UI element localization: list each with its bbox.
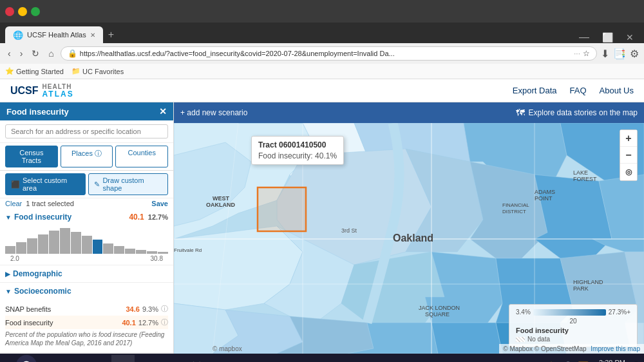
hist-bar-15 xyxy=(158,252,168,254)
acrobat-icon[interactable]: A xyxy=(234,355,257,362)
socio-arrow-icon: ▼ xyxy=(5,288,12,295)
add-scenario-button[interactable]: + add new scenario xyxy=(180,108,247,117)
tooltip-tract-id: Tract 06001410500 xyxy=(258,140,337,149)
edge-icon[interactable]: e xyxy=(111,355,135,362)
hist-bar-2 xyxy=(16,242,26,254)
ie-browser-icon[interactable]: e xyxy=(62,355,86,362)
svg-text:ADAMS: ADAMS xyxy=(535,189,555,195)
legend-scale: 3.4% 27.3%+ xyxy=(516,309,630,316)
bookmarks-bar: ⭐ Getting Started 📁 UC Favorites xyxy=(0,64,644,79)
clear-button[interactable]: Clear xyxy=(5,200,22,207)
location-search-input[interactable] xyxy=(5,124,168,138)
svg-text:PARK: PARK xyxy=(573,285,589,292)
windows-logo-icon: ⊞ xyxy=(3,359,14,362)
forward-button[interactable]: › xyxy=(17,47,26,60)
task-view-button[interactable]: ⧉ xyxy=(38,355,61,362)
refresh-button[interactable]: ↻ xyxy=(29,47,42,60)
tab-counties[interactable]: Counties xyxy=(115,146,168,167)
address-bar-row: ‹ › ↻ ⌂ 🔒 https://healthatlas.ucsf.edu/?… xyxy=(0,43,644,64)
sidebar-close-btn[interactable]: ✕ xyxy=(159,106,167,117)
browser-chrome xyxy=(0,0,644,23)
cortana-button[interactable]: ⬤ xyxy=(16,355,37,362)
faq-link[interactable]: FAQ xyxy=(570,86,587,95)
tab-title: UCSF Health Atlas xyxy=(27,31,86,39)
logo-atlas: ATLAS xyxy=(43,90,74,98)
compass-button[interactable]: ◎ xyxy=(620,164,637,180)
zoom-in-button[interactable]: + xyxy=(620,130,637,147)
bookmark-uc-favorites[interactable]: 📁 UC Favorites xyxy=(71,67,124,75)
improve-map-link[interactable]: Improve this map xyxy=(591,345,640,352)
draw-custom-shape-btn[interactable]: ✎ Draw custom shape xyxy=(88,173,168,195)
home-button[interactable]: ⌂ xyxy=(46,47,56,60)
about-us-link[interactable]: About Us xyxy=(600,86,634,95)
win-restore[interactable]: ⬜ xyxy=(602,32,613,43)
hist-bar-7 xyxy=(71,232,81,254)
food-insecurity-section: ▼ Food insecurity 40.1 12.7% xyxy=(0,209,173,265)
map-stories-icon: 🗺 xyxy=(516,108,525,118)
food-insecurity-header[interactable]: ▼ Food insecurity 40.1 12.7% xyxy=(0,209,173,225)
reading-list-icon[interactable]: 📑 xyxy=(613,48,626,60)
taskbar-right: 🔔 🔊 📶 2:38 PM 7/29/2020 💬 xyxy=(545,359,641,362)
demographic-header[interactable]: ▶ Demographic xyxy=(0,265,173,282)
back-button[interactable]: ‹ xyxy=(5,47,14,60)
tab-census-tracts[interactable]: Census Tracts xyxy=(5,146,58,167)
hist-labels: 2.0 30.8 xyxy=(5,254,168,263)
export-data-link[interactable]: Export Data xyxy=(513,86,557,95)
fi-row-pct: 12.7% xyxy=(138,319,158,327)
map-attribution: © Mapbox © OpenStreetMap Improve this ma… xyxy=(499,344,644,354)
hist-bar-10 xyxy=(103,243,113,254)
hist-bar-8 xyxy=(82,236,92,254)
logo-health: HEALTH xyxy=(43,84,74,90)
start-button[interactable]: ⊞ xyxy=(3,356,14,362)
hist-bar-5 xyxy=(49,231,59,254)
windows-button[interactable]: ⊞ xyxy=(209,355,232,362)
svg-text:SQUARE: SQUARE xyxy=(425,311,450,318)
active-tab[interactable]: 🌐 UCSF Health Atlas ✕ xyxy=(5,26,103,43)
teams-icon[interactable]: T xyxy=(136,355,159,362)
hist-bar-11 xyxy=(114,246,124,254)
firefox-icon[interactable]: 🦊 xyxy=(185,355,208,362)
add-characteristic-section[interactable]: ▶ Add a second characteristic xyxy=(0,353,173,354)
svg-rect-47 xyxy=(258,187,306,231)
demo-arrow-icon: ▶ xyxy=(5,271,10,278)
socioeconomic-section: ▼ Socioeconomic SNAP benefits 34.6 9.3% … xyxy=(0,283,173,353)
win-minimize[interactable]: — xyxy=(579,32,589,43)
fi-info-icon[interactable]: ⓘ xyxy=(161,318,168,327)
sidebar-header: Food insecurity ✕ xyxy=(0,102,173,120)
nodata-swatch xyxy=(516,337,525,342)
new-tab-button[interactable]: + xyxy=(103,26,119,43)
settings-icon[interactable]: ⚙ xyxy=(630,48,639,60)
custom-area-row: ⬛ Select custom area ✎ Draw custom shape xyxy=(0,171,173,198)
file-explorer-icon[interactable]: 📁 xyxy=(87,355,110,362)
map-canvas[interactable]: 3rd St WEST OAKLAND ADAMS POINT LAKE FOR… xyxy=(174,123,644,354)
tab-places[interactable]: Places ⓘ xyxy=(61,146,113,167)
legend-gradient xyxy=(533,309,606,316)
explore-stories-button[interactable]: 🗺 Explore data stories on the map xyxy=(516,108,638,118)
hist-bar-14 xyxy=(147,251,157,254)
logo-ucsf: UCSF xyxy=(10,85,39,97)
system-clock[interactable]: 2:38 PM 7/29/2020 xyxy=(594,359,625,362)
ie-icon: e xyxy=(71,360,77,363)
win-close[interactable]: ✕ xyxy=(626,32,634,43)
histogram xyxy=(5,228,168,254)
browser-tabs: 🌐 UCSF Health Atlas ✕ + — ⬜ ✕ xyxy=(0,23,644,43)
draw-icon: ✎ xyxy=(94,180,100,189)
win-min-btn[interactable] xyxy=(18,7,27,16)
address-bar[interactable]: 🔒 https://healthatlas.ucsf.edu/?active=f… xyxy=(61,46,597,61)
url-text: https://healthatlas.ucsf.edu/?active=foo… xyxy=(80,50,571,57)
office-icon[interactable]: W xyxy=(160,355,184,362)
snap-value: 34.6 xyxy=(126,305,140,313)
socioeconomic-header[interactable]: ▼ Socioeconomic xyxy=(0,283,173,300)
zoom-out-button[interactable]: − xyxy=(620,147,637,164)
sidebar: Food insecurity ✕ Census Tracts Places ⓘ… xyxy=(0,102,174,354)
save-button[interactable]: Save xyxy=(151,200,168,207)
select-custom-area-btn[interactable]: ⬛ Select custom area xyxy=(5,173,86,195)
win-close-btn[interactable] xyxy=(5,7,14,16)
legend-min: 3.4% xyxy=(516,309,531,316)
download-icon[interactable]: ⬇ xyxy=(601,48,609,60)
bookmark-getting-started[interactable]: ⭐ Getting Started xyxy=(5,67,64,75)
snap-info-icon[interactable]: ⓘ xyxy=(161,304,168,314)
sidebar-title: Food insecurity xyxy=(6,107,69,117)
win-max-btn[interactable] xyxy=(31,7,40,16)
tab-close-btn[interactable]: ✕ xyxy=(90,32,95,39)
